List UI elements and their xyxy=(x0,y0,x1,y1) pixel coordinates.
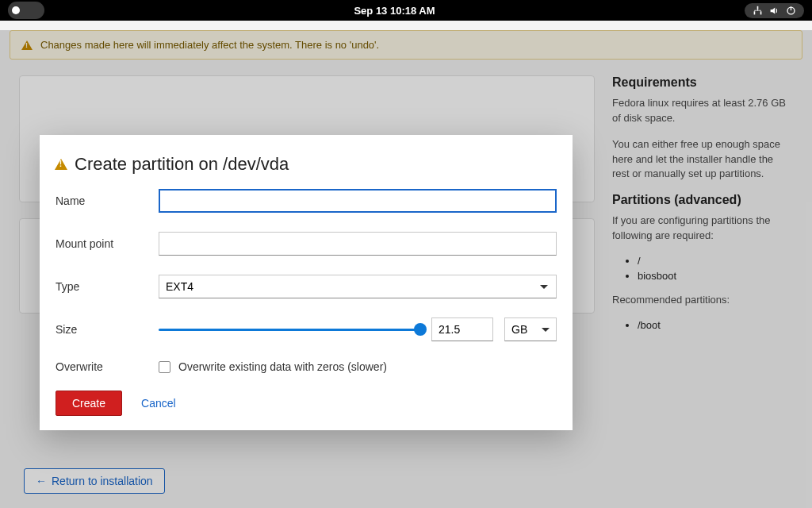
chevron-down-icon xyxy=(540,285,548,289)
mountpoint-input[interactable] xyxy=(159,232,557,256)
svg-rect-1 xyxy=(754,11,756,14)
svg-rect-5 xyxy=(791,6,791,10)
activities-pill[interactable] xyxy=(8,2,44,19)
gnome-topbar: Sep 13 10:18 AM xyxy=(0,0,812,21)
type-label: Type xyxy=(56,280,159,293)
create-partition-dialog: Create partition on /dev/vda Name Mount … xyxy=(40,135,573,430)
mountpoint-label: Mount point xyxy=(56,237,159,250)
size-unit-select[interactable]: GB xyxy=(504,318,557,341)
dialog-title: Create partition on /dev/vda xyxy=(56,154,557,175)
chevron-down-icon xyxy=(542,328,550,332)
network-icon xyxy=(753,6,763,16)
name-label: Name xyxy=(56,194,159,207)
type-select[interactable]: EXT4 xyxy=(159,275,557,298)
overwrite-checkbox[interactable] xyxy=(159,361,170,373)
system-tray[interactable] xyxy=(745,3,804,18)
size-value-input[interactable] xyxy=(431,318,493,341)
cancel-button[interactable]: Cancel xyxy=(141,397,176,410)
clock[interactable]: Sep 13 10:18 AM xyxy=(354,5,435,17)
volume-icon xyxy=(769,6,779,16)
slider-thumb[interactable] xyxy=(414,323,427,336)
overwrite-label: Overwrite xyxy=(56,360,159,373)
name-input[interactable] xyxy=(159,189,557,213)
overwrite-checkbox-row[interactable]: Overwrite existing data with zeros (slow… xyxy=(159,360,557,373)
size-slider[interactable] xyxy=(159,321,420,337)
size-label: Size xyxy=(56,323,159,336)
svg-rect-2 xyxy=(760,11,762,14)
svg-rect-0 xyxy=(757,6,759,9)
create-button[interactable]: Create xyxy=(56,391,122,416)
power-icon xyxy=(786,6,796,16)
svg-rect-3 xyxy=(757,9,758,10)
warning-icon xyxy=(55,159,67,170)
